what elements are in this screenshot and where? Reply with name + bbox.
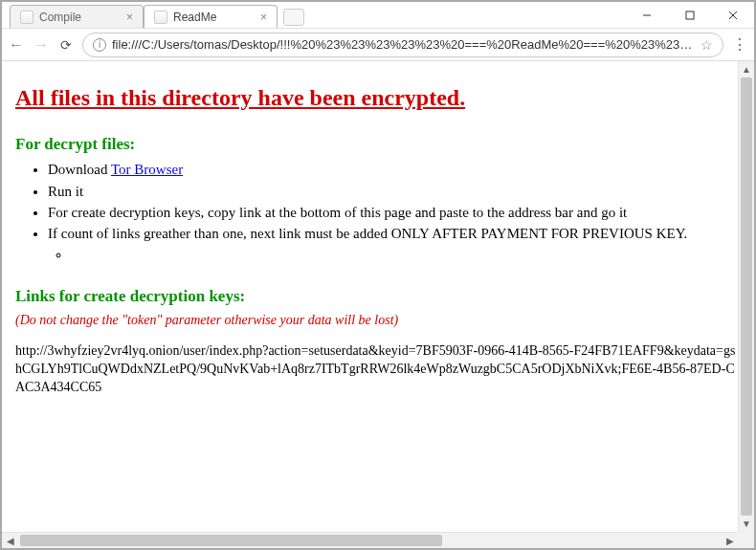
minimize-icon — [642, 11, 652, 20]
scroll-down-icon[interactable]: ▼ — [739, 516, 754, 532]
token-warning: (Do not change the "token" parameter oth… — [15, 312, 741, 330]
decrypt-steps-list: Download Tor Browser Run it For create d… — [15, 160, 741, 264]
favicon-icon — [20, 11, 33, 24]
new-tab-button[interactable] — [283, 9, 304, 26]
address-bar[interactable]: i file:///C:/Users/tomas/Desktop/!!!%20%… — [82, 33, 723, 57]
ransom-note-page: All files in this directory have been en… — [2, 61, 754, 435]
tor-browser-link[interactable]: Tor Browser — [111, 162, 183, 177]
horizontal-scrollbar[interactable]: ◀ ▶ — [2, 532, 738, 548]
browser-toolbar: ← → ⟳ i file:///C:/Users/tomas/Desktop/!… — [2, 29, 754, 61]
scroll-left-icon[interactable]: ◀ — [2, 533, 18, 548]
list-item: For create decryption keys, copy link at… — [48, 203, 741, 222]
maximize-icon — [685, 11, 695, 20]
page-viewport: All files in this directory have been en… — [2, 61, 754, 548]
page-heading: All files in this directory have been en… — [15, 82, 741, 113]
tab-strip: Compile × ReadMe × — [2, 2, 625, 28]
list-item: Run it — [48, 182, 741, 201]
scroll-right-icon[interactable]: ▶ — [722, 533, 738, 548]
tab-readme[interactable]: ReadMe × — [144, 5, 278, 28]
url-text: file:///C:/Users/tomas/Desktop/!!!%20%23… — [112, 37, 695, 52]
vertical-scrollbar[interactable]: ▲ ▼ — [738, 61, 754, 532]
section-decrypt-heading: For decrypt files: — [15, 134, 741, 156]
scroll-up-icon[interactable]: ▲ — [739, 61, 754, 77]
tab-compile[interactable]: Compile × — [10, 5, 144, 28]
svg-rect-1 — [686, 11, 694, 19]
tab-close-icon[interactable]: × — [126, 11, 133, 24]
tab-title: Compile — [39, 11, 81, 24]
window-controls — [625, 2, 754, 28]
list-item: If count of links greather than one, nex… — [48, 224, 741, 265]
tab-title: ReadMe — [173, 11, 216, 24]
nested-list — [48, 245, 741, 264]
bookmark-star-icon[interactable]: ☆ — [700, 37, 713, 53]
onion-url: http://3whyfziey2vr4lyq.onion/user/index… — [15, 342, 741, 397]
scroll-track[interactable] — [18, 533, 722, 548]
list-item-empty — [71, 245, 741, 264]
section-links-heading: Links for create decryption keys: — [15, 286, 741, 308]
tab-close-icon[interactable]: × — [260, 11, 267, 24]
scroll-corner — [738, 532, 754, 548]
favicon-icon — [154, 11, 167, 24]
close-button[interactable] — [711, 2, 754, 29]
close-icon — [728, 11, 738, 20]
minimize-button[interactable] — [625, 2, 668, 29]
forward-button[interactable]: → — [33, 36, 50, 54]
site-info-icon[interactable]: i — [93, 38, 106, 52]
titlebar: Compile × ReadMe × — [2, 2, 754, 29]
menu-button[interactable]: ⋮ — [731, 37, 748, 53]
reload-button[interactable]: ⟳ — [57, 36, 75, 54]
scroll-thumb[interactable] — [20, 535, 442, 546]
step-count-links: If count of links greather than one, nex… — [48, 226, 687, 241]
list-item: Download Tor Browser — [48, 160, 741, 179]
step-download-prefix: Download — [48, 162, 111, 177]
back-button[interactable]: ← — [8, 36, 25, 54]
maximize-button[interactable] — [668, 2, 711, 29]
scroll-thumb[interactable] — [741, 77, 752, 516]
